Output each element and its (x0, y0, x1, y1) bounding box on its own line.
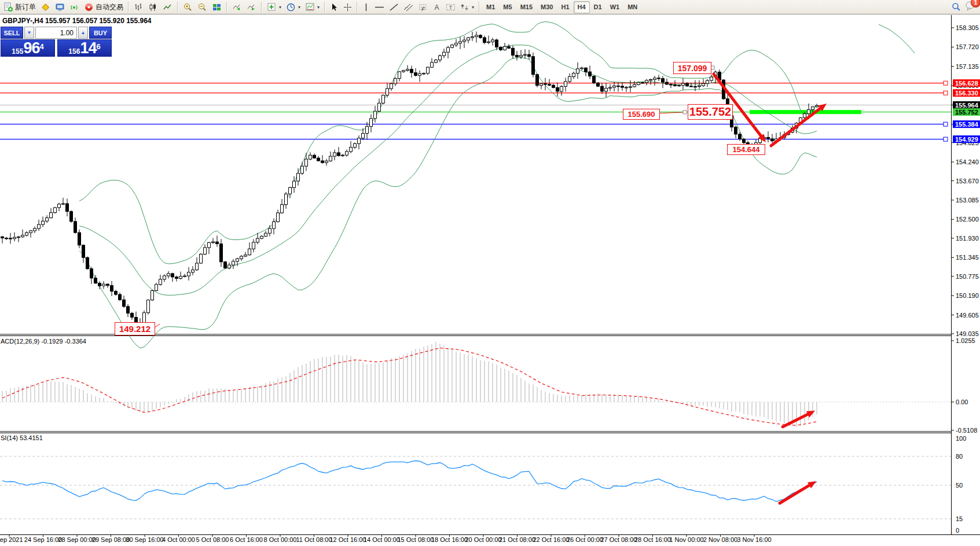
line-endpoint-marker[interactable] (944, 122, 948, 126)
tab-timeframe-mn[interactable]: MN (623, 1, 641, 13)
toolbar-separator (128, 2, 129, 13)
tab-timeframe-m5[interactable]: M5 (499, 1, 516, 13)
candle-body (265, 233, 267, 236)
candle-body (739, 134, 742, 139)
line-endpoint-marker[interactable] (944, 81, 948, 85)
crosshair-tool-button[interactable] (341, 1, 354, 14)
sell-price-display[interactable]: 155 96 4 (1, 39, 55, 57)
volume-input[interactable]: 1.00 (35, 27, 77, 39)
trend-arrow[interactable] (780, 485, 809, 503)
buy-price-display[interactable]: 156 14 6 (57, 39, 112, 57)
candle-body (658, 78, 660, 79)
candle-body (13, 237, 16, 238)
chevron-down-icon: ▾ (472, 5, 474, 10)
auto-scroll-icon (247, 2, 256, 12)
candle-body (329, 156, 332, 161)
time-tick-label: 14 Oct 00:00 (364, 536, 400, 543)
candle-body (212, 242, 215, 242)
chart-canvas[interactable]: 158.305157.720157.135156.550155.965155.3… (0, 0, 980, 546)
tab-timeframe-m30[interactable]: M30 (537, 1, 557, 13)
time-tick-label: 21 Oct 08:00 (499, 536, 535, 543)
tab-timeframe-h1[interactable]: H1 (557, 1, 573, 13)
candle-body (66, 204, 69, 212)
candle-body (151, 290, 154, 300)
price-annotation[interactable]: 154.644 (727, 144, 765, 155)
macd-signal-line (2, 348, 817, 426)
candle-body (812, 107, 814, 110)
sell-button[interactable]: SELL (1, 27, 23, 39)
horizontal-line-tool-button[interactable] (372, 1, 387, 14)
signals-button[interactable] (67, 1, 82, 14)
search-icon[interactable] (951, 2, 961, 12)
arrows-tool-button[interactable]: ▾ (458, 1, 476, 14)
tile-windows-button[interactable] (210, 1, 224, 14)
vertical-line-tool-button[interactable] (360, 1, 372, 14)
time-tick-label: 29 Sep 08:00 (92, 536, 130, 543)
channel-tool-button[interactable] (401, 1, 416, 14)
candle-body (516, 56, 519, 57)
candle-body (698, 86, 701, 87)
chart-shift-button[interactable] (230, 1, 244, 14)
tab-timeframe-h4[interactable]: H4 (574, 1, 590, 13)
candle-body (423, 73, 425, 74)
candle-body (1, 237, 4, 238)
cursor-tool-button[interactable] (328, 1, 341, 14)
time-tick-label: 1 Nov 00:00 (669, 536, 703, 543)
buy-button[interactable]: BUY (89, 27, 112, 39)
notification-badge: 1 (971, 0, 980, 8)
price-annotation[interactable]: 155.752 (688, 104, 733, 120)
tab-timeframe-d1[interactable]: D1 (590, 1, 606, 13)
line-endpoint-marker[interactable] (944, 91, 948, 95)
candle-body (617, 86, 620, 87)
price-annotation[interactable]: 157.099 (673, 62, 711, 74)
text-label-tool-button[interactable]: T (443, 1, 458, 14)
zoom-in-button[interactable] (181, 1, 195, 14)
candle-body (710, 77, 713, 80)
fibonacci-tool-button[interactable]: F (416, 1, 430, 14)
tab-timeframe-m15[interactable]: M15 (516, 1, 537, 13)
indicators-button[interactable]: ▾ (265, 1, 284, 14)
candle-body (414, 73, 417, 76)
text-tool-button[interactable]: A (430, 1, 443, 14)
time-tick-label: 28 Oct 16:00 (634, 536, 671, 543)
price-tick-label: 154.240 (956, 158, 979, 165)
price-tick-label: 153.670 (956, 178, 979, 185)
candle-body (74, 222, 77, 233)
candle-body (204, 248, 207, 254)
candle-body (273, 222, 276, 228)
quotes-button[interactable] (38, 1, 53, 14)
trendline-tool-button[interactable] (387, 1, 401, 14)
new-order-button[interactable]: 新订单 (1, 1, 38, 14)
volume-decrease-button[interactable]: ▼ (24, 27, 34, 39)
candlestick-chart-button[interactable] (146, 1, 160, 14)
sell-price-point: 4 (39, 40, 43, 54)
auto-scroll-button[interactable] (244, 1, 259, 14)
candle-body (98, 283, 101, 286)
volume-increase-button[interactable]: ▲ (78, 27, 88, 39)
candle-body (196, 263, 199, 270)
price-annotation[interactable]: 149.212 (115, 322, 155, 335)
notifications-button[interactable]: 1 (965, 1, 977, 13)
time-tick-label: 11 Oct 08:00 (296, 536, 332, 543)
templates-button[interactable]: ▾ (303, 1, 322, 14)
tab-timeframe-w1[interactable]: W1 (606, 1, 624, 13)
price-annotation[interactable]: 155.690 (623, 109, 660, 120)
candle-body (431, 62, 434, 67)
object-anchor-marker[interactable] (683, 110, 687, 114)
vertical-line-icon (362, 3, 370, 12)
auto-trading-button[interactable]: 自动交易 (82, 1, 126, 14)
candle-body (390, 84, 393, 88)
candle-body (269, 228, 271, 233)
candle-body (808, 110, 810, 114)
line-endpoint-marker[interactable] (944, 137, 948, 141)
periods-button[interactable]: ▾ (284, 1, 303, 14)
candle-body (767, 138, 770, 139)
line-chart-button[interactable] (160, 1, 175, 14)
candle-body (536, 75, 539, 86)
zoom-out-button[interactable] (195, 1, 210, 14)
tab-timeframe-m1[interactable]: M1 (482, 1, 499, 13)
terminal-button[interactable] (53, 1, 67, 14)
candle-body (544, 84, 547, 84)
candle-body (102, 284, 105, 286)
bar-chart-button[interactable] (131, 1, 146, 14)
